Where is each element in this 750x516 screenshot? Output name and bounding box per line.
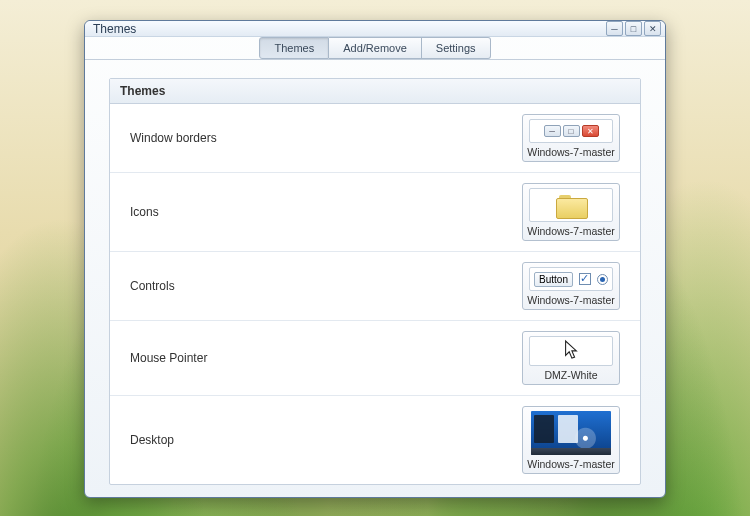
chooser-caption: Windows-7-master (527, 225, 615, 237)
icons-chooser[interactable]: Windows-7-master (522, 183, 620, 241)
window-buttons-icon: ─□✕ (544, 125, 599, 137)
sample-button: Button (534, 272, 573, 287)
controls-preview: Button (529, 267, 613, 291)
desktop-chooser[interactable]: Windows-7-master (522, 406, 620, 474)
row-mouse-pointer: Mouse Pointer DMZ-White (110, 321, 640, 396)
row-label: Desktop (130, 433, 522, 447)
tab-add-remove[interactable]: Add/Remove (329, 37, 422, 59)
row-desktop: Desktop Windows-7-master (110, 396, 640, 484)
window-borders-preview: ─□✕ (529, 119, 613, 143)
icons-preview (529, 188, 613, 222)
desktop-wallpaper: Themes ─ □ ✕ Themes Add/Remove Settings … (0, 0, 750, 516)
titlebar[interactable]: Themes ─ □ ✕ (85, 21, 665, 37)
mouse-pointer-preview (529, 336, 613, 366)
tab-settings[interactable]: Settings (422, 37, 491, 59)
desktop-thumbnail-icon (531, 411, 611, 455)
themes-window: Themes ─ □ ✕ Themes Add/Remove Settings … (84, 20, 666, 498)
maximize-button[interactable]: □ (625, 21, 642, 36)
chooser-caption: Windows-7-master (527, 458, 615, 470)
panel-header: Themes (110, 79, 640, 104)
chooser-caption: DMZ-White (544, 369, 597, 381)
window-controls: ─ □ ✕ (604, 21, 661, 36)
themes-panel: Themes Window borders ─□✕ Windows-7-mast… (109, 78, 641, 485)
row-label: Mouse Pointer (130, 351, 522, 365)
tab-group: Themes Add/Remove Settings (259, 37, 490, 59)
row-label: Window borders (130, 131, 522, 145)
folder-icon (556, 193, 586, 217)
chooser-caption: Windows-7-master (527, 294, 615, 306)
minimize-button[interactable]: ─ (606, 21, 623, 36)
row-controls: Controls Button Windows-7-master (110, 252, 640, 321)
desktop-preview (529, 411, 613, 455)
radio-icon (597, 274, 608, 285)
row-icons: Icons Windows-7-master (110, 173, 640, 252)
close-icon: ✕ (649, 24, 657, 34)
row-label: Controls (130, 279, 522, 293)
mouse-pointer-chooser[interactable]: DMZ-White (522, 331, 620, 385)
close-button[interactable]: ✕ (644, 21, 661, 36)
cursor-icon (562, 339, 580, 364)
tab-themes[interactable]: Themes (259, 37, 329, 59)
client-area: Themes Window borders ─□✕ Windows-7-mast… (85, 60, 665, 503)
row-label: Icons (130, 205, 522, 219)
toolbar: Themes Add/Remove Settings (85, 37, 665, 60)
controls-sample-icon: Button (534, 272, 608, 287)
window-title: Themes (93, 22, 604, 36)
window-borders-chooser[interactable]: ─□✕ Windows-7-master (522, 114, 620, 162)
minimize-icon: ─ (611, 24, 617, 34)
maximize-icon: □ (631, 24, 636, 34)
row-window-borders: Window borders ─□✕ Windows-7-master (110, 104, 640, 173)
chooser-caption: Windows-7-master (527, 146, 615, 158)
checkbox-icon (579, 273, 591, 285)
controls-chooser[interactable]: Button Windows-7-master (522, 262, 620, 310)
